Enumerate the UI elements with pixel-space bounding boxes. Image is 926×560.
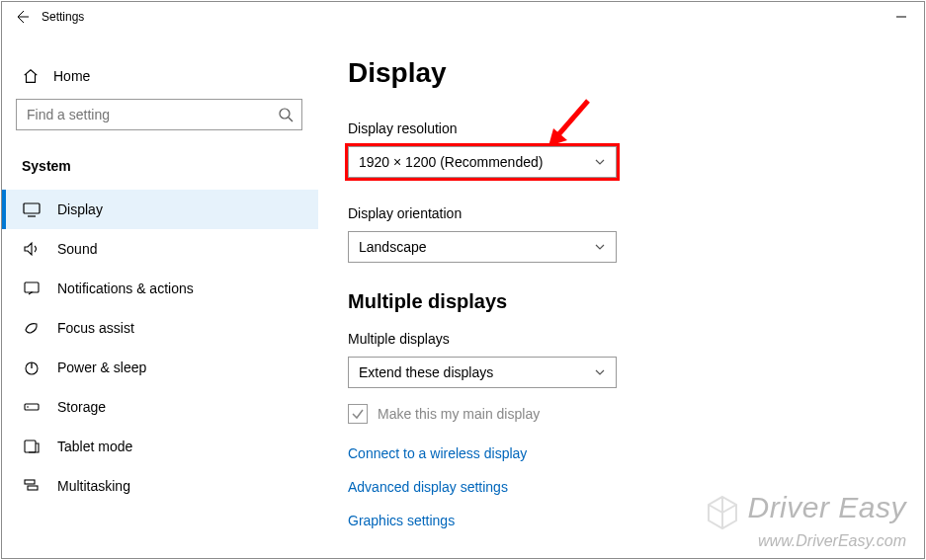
svg-rect-6 <box>25 440 36 452</box>
resolution-group: Display resolution 1920 × 1200 (Recommen… <box>348 120 924 178</box>
chevron-down-icon <box>594 366 606 378</box>
resolution-value: 1920 × 1200 (Recommended) <box>359 154 543 170</box>
sidebar-item-focus-assist[interactable]: Focus assist <box>2 308 318 348</box>
svg-point-5 <box>27 406 29 408</box>
sidebar-item-label: Display <box>57 201 103 217</box>
sidebar-item-label: Focus assist <box>57 320 134 336</box>
svg-rect-7 <box>25 480 35 484</box>
svg-rect-4 <box>25 404 39 410</box>
display-icon <box>22 201 42 217</box>
minimize-button[interactable] <box>879 2 924 32</box>
tablet-icon <box>22 439 42 454</box>
resolution-label: Display resolution <box>348 120 924 136</box>
sidebar-item-label: Notifications & actions <box>57 280 194 296</box>
sound-icon <box>22 241 42 257</box>
storage-icon <box>22 399 42 415</box>
search-icon <box>278 107 294 126</box>
main-display-checkbox[interactable] <box>348 404 368 424</box>
sidebar-item-display[interactable]: Display <box>2 190 318 229</box>
titlebar: Settings <box>2 2 924 32</box>
home-icon <box>22 67 40 85</box>
sidebar-item-sound[interactable]: Sound <box>2 229 318 269</box>
svg-rect-2 <box>25 282 39 292</box>
home-label: Home <box>53 68 90 84</box>
sidebar-item-label: Power & sleep <box>57 360 146 375</box>
focus-assist-icon <box>22 320 42 336</box>
sidebar: Home System Display Sound <box>2 32 318 560</box>
home-link[interactable]: Home <box>16 61 304 99</box>
sidebar-item-storage[interactable]: Storage <box>2 387 318 427</box>
multiple-displays-label: Multiple displays <box>348 331 924 347</box>
minimize-icon <box>895 11 907 23</box>
main-display-checkbox-label: Make this my main display <box>378 406 540 422</box>
window-title: Settings <box>42 10 84 24</box>
sidebar-item-label: Multitasking <box>57 478 130 494</box>
back-button[interactable] <box>2 2 42 32</box>
resolution-dropdown[interactable]: 1920 × 1200 (Recommended) <box>348 146 617 178</box>
sidebar-item-label: Sound <box>57 241 97 257</box>
advanced-display-link[interactable]: Advanced display settings <box>348 479 924 495</box>
search-input[interactable] <box>17 100 274 129</box>
check-icon <box>351 407 365 421</box>
sidebar-item-notifications[interactable]: Notifications & actions <box>2 269 318 308</box>
chevron-down-icon <box>594 241 606 253</box>
arrow-left-icon <box>14 9 30 25</box>
multiple-displays-group: Multiple displays Extend these displays <box>348 331 924 388</box>
orientation-value: Landscape <box>359 239 427 255</box>
sidebar-item-power-sleep[interactable]: Power & sleep <box>2 348 318 387</box>
multiple-displays-value: Extend these displays <box>359 364 493 380</box>
graphics-settings-link[interactable]: Graphics settings <box>348 513 924 528</box>
sidebar-item-tablet-mode[interactable]: Tablet mode <box>2 427 318 466</box>
main-display-checkbox-row: Make this my main display <box>348 404 924 424</box>
orientation-group: Display orientation Landscape <box>348 205 924 263</box>
orientation-dropdown[interactable]: Landscape <box>348 231 617 263</box>
chevron-down-icon <box>594 156 606 168</box>
orientation-label: Display orientation <box>348 205 924 221</box>
svg-rect-1 <box>24 203 40 213</box>
sidebar-item-label: Storage <box>57 399 106 415</box>
multiple-displays-header: Multiple displays <box>348 290 924 313</box>
sidebar-item-multitasking[interactable]: Multitasking <box>2 466 318 496</box>
multiple-displays-dropdown[interactable]: Extend these displays <box>348 357 617 388</box>
svg-point-0 <box>280 109 290 119</box>
connect-wireless-link[interactable]: Connect to a wireless display <box>348 445 924 461</box>
svg-rect-8 <box>28 486 38 490</box>
notifications-icon <box>22 280 42 296</box>
main-content: Display Display resolution 1920 × 1200 (… <box>318 32 924 560</box>
page-title: Display <box>348 57 924 89</box>
sidebar-item-label: Tablet mode <box>57 439 132 454</box>
multitasking-icon <box>22 478 42 494</box>
power-icon <box>22 360 42 375</box>
search-input-wrap[interactable] <box>16 99 302 130</box>
nav-list: Display Sound Notifications & actions Fo… <box>2 190 318 496</box>
category-label: System <box>16 158 304 184</box>
